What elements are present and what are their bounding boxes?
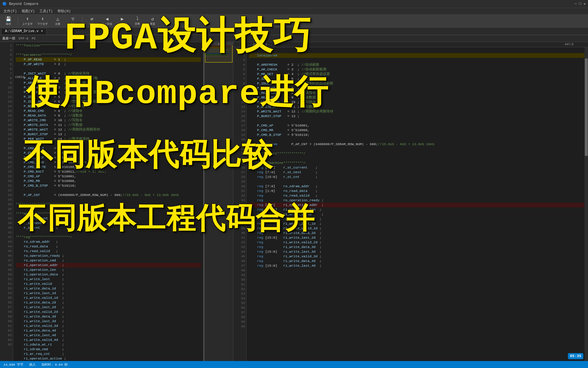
code-line: ro_operation_cmd ;	[16, 258, 201, 263]
swap-icon: ⇄	[90, 16, 93, 22]
code-line: r_st_cnt ;	[16, 225, 201, 230]
code-line: P_BURST_STOP = 13 ;	[16, 132, 201, 137]
close-button[interactable]: ✕	[584, 2, 586, 6]
code-line: P_CMD_B_STOP = 5'b10110;	[249, 133, 586, 137]
scrollbar-thumb[interactable]	[585, 58, 588, 156]
options-os[interactable]: PC	[32, 37, 36, 40]
code-line: ri_write_data_4d ;	[16, 328, 201, 333]
toolbar-sep-1	[18, 16, 18, 26]
code-line: reg [15:0] ri_write_data_1d ;	[249, 217, 586, 221]
code-line: P_ROW_ACT = 7 ; //行激活状态	[16, 104, 201, 109]
right-panel-header: ...pp\SRC_V... 447:5	[233, 42, 588, 47]
code-line	[249, 179, 586, 184]
code-line: ri_write_data_3d ;	[16, 314, 201, 319]
code-line: reg [15:0] ri_operation_len ;	[249, 207, 586, 212]
code-line: P_OP_WRITE = 2 ;	[16, 62, 201, 67]
next-section-button[interactable]: ▶ 上一部分	[116, 15, 129, 27]
prev-section-button[interactable]: ◀ 上一区段	[100, 15, 114, 27]
code-line: ****port*******************/	[16, 202, 201, 207]
right-line-numbers: 1234567891011121314151617181920212223242…	[233, 47, 246, 367]
left-line-numbers: 1234567891011121314151617181920212223242…	[0, 42, 13, 367]
menu-help[interactable]: 帮助(H)	[55, 9, 73, 14]
code-line: P_CMD_INIT = 5'b11111,	[16, 146, 201, 151]
code-line: **********machine**********/	[249, 161, 586, 165]
save-icon: 💾	[6, 16, 11, 22]
optionsbar: 最差一切 UTF-8 PC	[0, 35, 588, 42]
menu-tools[interactable]: 工具(T)	[37, 9, 55, 14]
swap-button[interactable]: ⇄ 编辑	[85, 15, 99, 27]
code-line: reg ro_operation_ready ;	[249, 198, 586, 203]
right-code-panel[interactable]: ...pp\SRC_V... 447:5 1234567891011121314…	[233, 42, 588, 367]
code-line: ro_sdram_addr ;	[16, 239, 201, 244]
prev-text-button[interactable]: ⬆ 上个文字	[21, 15, 34, 27]
code-line: P_READ_DATA = 9 ; //读数据	[249, 95, 586, 100]
prev-diff-button[interactable]: △ 次要	[51, 15, 64, 27]
minimap-scroll-up[interactable]: ▲	[204, 42, 233, 46]
refresh-button[interactable]: ↺ 重置	[146, 15, 159, 27]
code-line: ri_sdata_wt_ri ;	[16, 342, 201, 347]
code-line: ro_read_data ;	[16, 244, 201, 249]
code-line: ri_write_last_3d ;	[16, 319, 201, 324]
merge-button[interactable]: ⤵ 交换	[131, 15, 144, 27]
window-title: Beyond Compare	[9, 2, 38, 6]
code-line: reg ri_write_valid_3d ;	[249, 254, 586, 259]
code-line: P_ALL_PRE = 1 ; //所有BANK预充电	[16, 76, 201, 81]
code-line: ri_operation_data ;	[16, 272, 201, 277]
code-line: ri_write_last_4d ;	[16, 333, 201, 338]
next-text-button[interactable]: ⬇ 下个文字	[36, 15, 49, 27]
code-line	[16, 67, 201, 71]
code-line: localparam	[249, 53, 586, 58]
code-line	[16, 141, 201, 146]
code-line: P_CMD_AREF = 5'b10001,	[16, 155, 201, 160]
options-mode[interactable]: 最差一切	[2, 36, 15, 41]
up-icon: ⬆	[26, 16, 29, 22]
status-extra: 加时时: 0.04 秒	[41, 362, 68, 367]
code-line: ri_write_last ;	[16, 277, 201, 282]
code-line: r_st_next ;	[16, 221, 201, 225]
up-tri-icon: △	[56, 16, 59, 22]
code-line: P_CMD_MR = 5'b10000,	[16, 179, 201, 183]
left-code-content[interactable]: ****function**************/ ****paramete…	[13, 42, 203, 367]
code-line: ****machine****************/	[16, 211, 201, 216]
code-line	[249, 119, 586, 123]
right-scrollbar[interactable]	[584, 42, 588, 367]
tab-filename: A:\SDRAM_Drive.v	[5, 29, 38, 33]
code-line: reg [7:0] r_st_current ;	[249, 165, 586, 170]
code-line: ri_operation_len ;	[16, 268, 201, 272]
check-label: CHECK	[15, 75, 25, 79]
toolbar: 💾 保存 ⬆ 上个文字 ⬇ 下个文字 △ 次要 ▽ 规则 ⇄ 编辑 ◀ 上一区段…	[0, 15, 588, 27]
code-line: r_st_current ;	[16, 216, 201, 221]
menubar: 文件(F) 视图(V) 工具(T) 帮助(H)	[0, 8, 588, 15]
code-line: ri_operation_addr ;	[16, 263, 201, 268]
code-line: reg ri_write_last_1d ;	[249, 221, 586, 226]
code-line: ri_sdram_cmd ;	[16, 347, 201, 352]
maximize-button[interactable]: □	[579, 2, 581, 6]
code-line: P_READ_DATA = 9 ; //读数据	[16, 113, 201, 118]
minimize-button[interactable]: ─	[575, 2, 577, 6]
code-line: P_CMD_AP = 5'b10001,	[16, 174, 201, 179]
code-line: ****function**************/	[16, 43, 201, 48]
code-line: P_CMD_MR = 5'b10000,	[249, 128, 586, 133]
code-line: P_CMD_READ = 5'b10101,//A10 = 1;	[16, 160, 201, 165]
menu-view[interactable]: 视图(V)	[19, 9, 37, 14]
code-line: P_AR_CHECK = 3 ; //自动刷新检测	[16, 85, 201, 90]
code-line: **********port*************/	[249, 151, 586, 156]
code-line	[249, 147, 586, 151]
code-line: reg [15:0] ri_write_last_3d ;	[249, 249, 586, 254]
clock-badge: 05:35	[568, 353, 583, 359]
code-line: P_MR_SET = 4 ; //模式寄存器设置	[249, 72, 586, 77]
options-encoding[interactable]: UTF-8	[19, 37, 28, 40]
file-tab[interactable]: A:\SDRAM_Drive.v ×	[1, 28, 47, 34]
save-button[interactable]: 💾 保存	[2, 15, 15, 27]
code-line: ri_write_valid_4d ;	[16, 338, 201, 342]
right-code-content[interactable]: localparam P_AREFRESH = 2 ; //自动刷新 P_AR_…	[247, 47, 588, 367]
code-line: ro_read_valid ;	[16, 249, 201, 254]
code-line: P_CMD_RACT = 5'b10011,//A10 = 1; ALL;	[16, 169, 201, 174]
next-diff-button[interactable]: ▽ 规则	[66, 15, 80, 27]
left-code-panel[interactable]: 1234567891011121314151617181920212223242…	[0, 42, 204, 367]
code-line	[16, 207, 201, 211]
menu-file[interactable]: 文件(F)	[1, 9, 19, 14]
code-line: reg [15:0] ri_write_last_2d ;	[249, 235, 586, 240]
code-line: reg ro_read_valid ;	[249, 193, 586, 198]
tab-close-button[interactable]: ×	[41, 29, 43, 33]
